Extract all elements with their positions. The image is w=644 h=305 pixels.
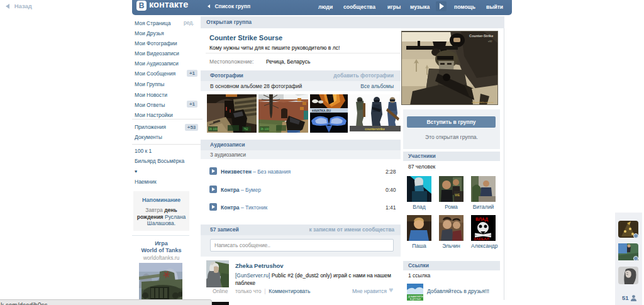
svg-text:ВЛАД: ВЛАД — [475, 217, 488, 222]
svg-text:v32: v32 — [488, 40, 492, 43]
svg-text:В ДРУЗЬЯ: В ДРУЗЬЯ — [410, 298, 421, 301]
svg-text:ЗАЕБАЛ: ЗАЕБАЛ — [474, 237, 489, 241]
svg-text:36 100: 36 100 — [260, 128, 269, 131]
svg-text:riskarektela.ucoz.ru: riskarektela.ucoz.ru — [472, 101, 494, 104]
svg-text:counterstrike: counterstrike — [365, 127, 385, 131]
svg-text:36 100: 36 100 — [209, 128, 218, 131]
svg-text:Counter-Strike: Counter-Strike — [469, 34, 493, 38]
svg-text:#AVATKA.RU: #AVATKA.RU — [312, 109, 331, 113]
svg-text:762: 762 — [243, 128, 248, 131]
svg-text:WE: WE — [455, 193, 460, 197]
